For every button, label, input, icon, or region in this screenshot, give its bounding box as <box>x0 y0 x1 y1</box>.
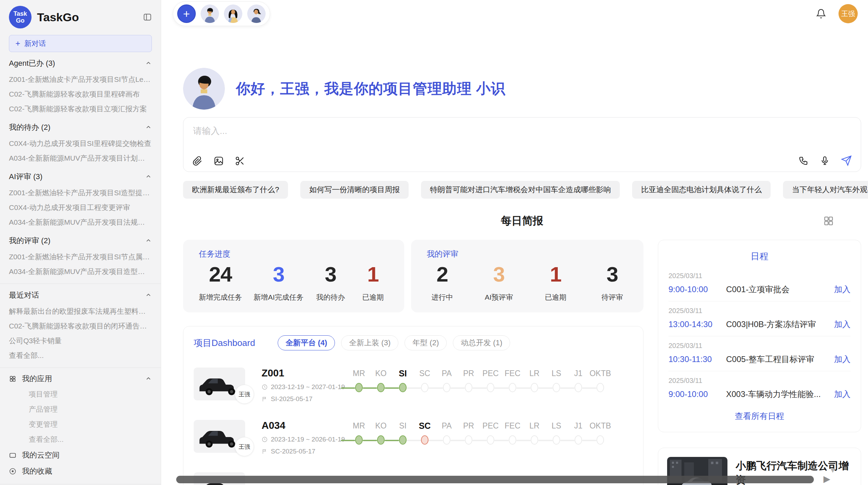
chevron-up-icon[interactable] <box>145 173 152 180</box>
section-header: 我的评审 (2) <box>9 232 152 249</box>
chevron-up-icon[interactable] <box>145 292 152 299</box>
layout-grid-icon[interactable] <box>823 215 834 227</box>
sidebar-task-item[interactable]: Z001-全新燃油皮卡产品开发项目SI节点Lesson Learn报告 <box>9 72 152 87</box>
app-sub-item[interactable]: 查看全部... <box>9 432 152 447</box>
schedule-time: 13:00-14:30 <box>668 320 726 329</box>
milestone-dot <box>596 383 604 392</box>
recent-view-all[interactable]: 查看全部... <box>9 348 152 363</box>
sidebar-task-item[interactable]: A034-全新新能源MUV产品开发项目法规符合性评审 <box>9 215 152 229</box>
join-link[interactable]: 加入 <box>834 284 851 295</box>
project-row-a034[interactable]: 王强 A034 2023-12-19 ~ 2026-01-19 <box>194 420 633 455</box>
send-icon[interactable] <box>841 155 852 166</box>
milestone-dot <box>421 435 429 445</box>
user-avatar[interactable]: 王强 <box>839 4 858 23</box>
my-cloud-row[interactable]: 我的云空间 <box>9 447 152 463</box>
chevron-up-icon[interactable] <box>145 237 152 244</box>
stat-label: 新增AI完成任务 <box>254 293 304 302</box>
paperclip-icon[interactable] <box>192 156 203 166</box>
sidebar-task-item[interactable]: C02-飞腾新能源轻客改款项目立项汇报方案 <box>9 101 152 116</box>
stat-label: 待评审 <box>597 293 628 302</box>
my-favorites-row[interactable]: 我的收藏 <box>9 463 152 479</box>
stat-label: 已逾期 <box>358 293 388 302</box>
sidebar-collapse-icon[interactable] <box>143 13 152 22</box>
suggestion-chip[interactable]: 如何写一份清晰的项目周报 <box>300 181 409 199</box>
card-title: 任务进度 <box>199 249 388 259</box>
milestone-label: J1 <box>574 421 582 431</box>
horizontal-scrollbar-thumb[interactable] <box>176 476 814 483</box>
sidebar-task-item[interactable]: C02-飞腾新能源轻客改款项目里程碑画布 <box>9 87 152 101</box>
view-all-schedule-link[interactable]: 查看所有日程 <box>668 411 851 422</box>
suggestion-chip[interactable]: 特朗普可能对进口汽车增税会对中国车企造成哪些影响 <box>421 181 620 199</box>
section-title: 最近对话 <box>9 290 39 300</box>
message-input[interactable] <box>192 124 852 146</box>
image-icon[interactable] <box>214 156 224 166</box>
schedule-date: 2025/03/11 <box>668 342 851 350</box>
join-link[interactable]: 加入 <box>834 319 851 330</box>
scroll-right-arrow-icon[interactable]: ▶ <box>823 474 830 484</box>
project-filter-tab[interactable]: 全新上装 (3) <box>341 335 398 350</box>
milestone-dot <box>509 435 516 445</box>
stats-row: 任务进度 24 新增完成任务 3 <box>183 240 643 312</box>
milestone-dot <box>355 383 363 392</box>
clock-icon <box>262 436 268 443</box>
schedule-card: 日程 2025/03/11 9:00-10:00 C001-立项审批会 加入 <box>658 240 861 432</box>
flag-icon <box>262 448 268 455</box>
star-badge-icon <box>9 468 16 475</box>
app-sub-item[interactable]: 项目管理 <box>9 387 152 402</box>
right-column: 日程 2025/03/11 9:00-10:00 C001-立项审批会 加入 <box>658 240 861 485</box>
plus-icon: + <box>15 39 20 48</box>
chevron-up-icon[interactable] <box>145 375 152 382</box>
recent-chat-item[interactable]: 解释最新出台的欧盟报废车法规再生塑料比例被调至15%... <box>9 304 152 319</box>
greeting-text: 你好，王强，我是你的项目管理助理 小识 <box>236 79 506 98</box>
add-agent-button[interactable]: + <box>177 4 196 23</box>
agent-avatar-woman-long-hair[interactable] <box>224 4 242 23</box>
project-thumb: 王强 <box>194 368 245 400</box>
milestone-dot <box>443 383 450 392</box>
chevron-up-icon[interactable] <box>145 60 152 67</box>
stat: 3 新增AI完成任务 <box>254 262 304 302</box>
stat-value: 24 <box>199 262 242 286</box>
sidebar-task-item[interactable]: C0X4-动力总成开发项目SI里程碑提交物检查 <box>9 136 152 151</box>
sidebar-task-item[interactable]: Z001-全新燃油轻卡产品开发项目SI造型提交物评审 <box>9 185 152 200</box>
milestone-dot <box>509 383 516 392</box>
stat: 1 已逾期 <box>540 262 571 302</box>
my-apps-label: 我的应用 <box>22 374 52 384</box>
notification-bell-icon[interactable] <box>816 9 826 19</box>
agent-avatar-man[interactable] <box>201 4 219 23</box>
sidebar-task-item[interactable]: C0X4-动力总成开发项目工程变更评审 <box>9 200 152 215</box>
stat: 3 AI预评审 <box>483 262 514 302</box>
join-link[interactable]: 加入 <box>834 354 851 365</box>
dashboard-columns: 任务进度 24 新增完成任务 3 <box>183 240 861 485</box>
recent-chat-item[interactable]: 公司Q3轻卡销量 <box>9 333 152 348</box>
app-sub-item[interactable]: 变更管理 <box>9 417 152 432</box>
chevron-up-icon[interactable] <box>145 124 152 131</box>
section-title: 我的待办 (2) <box>9 122 50 133</box>
sidebar-task-item[interactable]: A034-全新新能源MUV产品开发项目计划变更表编写 <box>9 151 152 165</box>
scissors-icon[interactable] <box>235 156 245 166</box>
sidebar-task-item[interactable]: Z001-全新燃油轻卡产品开发项目SI节点属性5D文件评审 <box>9 249 152 264</box>
scroll-down-arrow-icon[interactable]: ▼ <box>829 466 836 475</box>
topbar-right: 王强 <box>816 4 858 23</box>
project-filter-tab[interactable]: 全新平台 (4) <box>278 335 335 350</box>
stat-label: 已逾期 <box>540 293 571 302</box>
app-sub-item[interactable]: 产品管理 <box>9 402 152 417</box>
agent-avatar-woman-ponytail[interactable] <box>247 4 266 23</box>
suggestion-chip[interactable]: 比亚迪全固态电池计划具体说了什么 <box>632 181 771 199</box>
milestone-dot <box>553 383 560 392</box>
new-chat-button[interactable]: + 新对话 <box>9 35 152 52</box>
project-row-z001[interactable]: 王强 Z001 2023-12-19 ~ 2027-01-19 <box>194 368 633 403</box>
suggestion-chip[interactable]: 当下年轻人对汽车外观有怎样的喜好趋势 <box>783 181 868 199</box>
project-filter-tab[interactable]: 年型 (2) <box>405 335 447 350</box>
join-link[interactable]: 加入 <box>834 389 851 400</box>
milestone-label: PA <box>442 421 452 431</box>
phone-icon[interactable] <box>798 156 809 166</box>
milestone-dot <box>399 383 407 392</box>
card-title: 我的评审 <box>427 249 628 259</box>
milestone-label: MR <box>353 421 365 431</box>
project-filter-tab[interactable]: 动总开发 (1) <box>453 335 510 350</box>
recent-chat-item[interactable]: C02-飞腾新能源轻客改款项目的闭环通告反馈情况 <box>9 319 152 333</box>
my-apps-row[interactable]: 我的应用 <box>9 371 152 387</box>
sidebar-task-item[interactable]: A034-全新新能源MUV产品开发项目造型可行性评审 <box>9 264 152 279</box>
suggestion-chip[interactable]: 欧洲新规最近颁布了什么? <box>183 181 288 199</box>
microphone-icon[interactable] <box>820 156 830 166</box>
